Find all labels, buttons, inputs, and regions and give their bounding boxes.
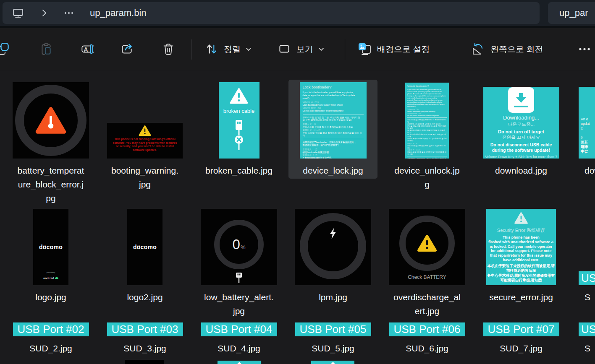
warning-triangle-icon	[138, 125, 152, 136]
thumbnail-lpm-charging	[295, 209, 371, 285]
file-item-sud7[interactable]: USB Port #07 SUD_7.jpg	[474, 322, 568, 355]
rotate-left-icon	[470, 42, 485, 57]
file-item-sud2[interactable]: USB Port #02 SUD_2.jpg	[4, 322, 98, 355]
thumbnail-logo: döcomo powered by android	[33, 209, 68, 285]
file-name: device_lock.jpg	[303, 164, 363, 177]
breadcrumb-ellipsis-icon[interactable]	[63, 7, 75, 19]
powered-by-android: powered by android	[33, 271, 68, 281]
file-item-overdischarge[interactable]: Check BATTERY overdischarge_al ert.jpg	[380, 209, 474, 318]
file-item-device-unlock[interactable]: Unlock bootloader? If you unlock the boo…	[380, 82, 474, 205]
thumbnail-usb-port-banner: USB Port #02	[13, 322, 89, 336]
file-name: SUD_6.jpg	[406, 341, 448, 355]
thumbnail-partial-next-row[interactable]	[218, 361, 261, 364]
file-item-sud6[interactable]: USB Port #06 SUD_6.jpg	[380, 322, 474, 355]
secondary-tab-label: up_par	[559, 8, 588, 18]
thumbnail-partial-next-row[interactable]	[311, 361, 354, 364]
copy-icon	[0, 42, 11, 56]
usb-plug-icon	[234, 272, 244, 284]
warning-triangle-tip	[237, 362, 242, 364]
rotate-left-label: 왼쪽으로 회전	[490, 44, 543, 55]
file-name: secure_error.jpg	[489, 290, 553, 304]
file-item-sud3[interactable]: USB Port #03 SUD_3.jpg	[98, 322, 192, 355]
file-name: SUD_3.jpg	[123, 341, 166, 355]
thumbnail-broken-cable: broken cable	[219, 82, 259, 159]
sort-label: 정렬	[224, 44, 241, 55]
battery-percentage: 0%	[214, 220, 264, 269]
file-item-download[interactable]: Downloading... 다운로드중... Do not turn off …	[474, 82, 568, 205]
chevron-down-icon	[318, 47, 324, 51]
thumbnail-usb-port-banner: USB Port #05	[295, 322, 371, 336]
file-name: download.jpg	[495, 164, 547, 177]
file-name: S	[568, 290, 590, 304]
set-background-label: 배경으로 설정	[377, 44, 430, 55]
thumbnail-usb-port-banner: USB Port #03	[107, 322, 183, 336]
file-name: SUD_2.jpg	[29, 341, 72, 355]
warning-text: This phone is not running Samsung's offi…	[113, 138, 177, 152]
download-arrow-icon	[508, 87, 534, 113]
thumbnail-battery-temperature-alert	[13, 82, 89, 159]
set-background-icon	[357, 42, 372, 57]
file-grid: battery_temperat ure_block_error.j pg Th…	[4, 70, 595, 364]
file-name: low_battery_alert. jpg	[204, 290, 274, 318]
view-menu-button[interactable]: 보기	[277, 36, 324, 62]
view-label: 보기	[296, 44, 313, 55]
file-item-secure-error[interactable]: Security Error 系统错误 This phone has been …	[474, 209, 568, 318]
file-name: device_unlock.jp g	[394, 164, 459, 191]
thumbnail-usb-port-banner: USB Port #07	[483, 322, 559, 336]
file-item-sud4[interactable]: USB Port #04 SUD_4.jpg	[192, 322, 286, 355]
thumbnail-device-lock: Lock bootloader? If you lock the bootloa…	[300, 82, 367, 159]
copy-button[interactable]	[0, 36, 18, 62]
thumbnail-usb-port-banner: USB Port #04	[201, 322, 277, 336]
file-item-booting-warning[interactable]: This phone is not running Samsung's offi…	[98, 82, 192, 205]
thumbnail-usb-port-banner-partial: US	[579, 271, 595, 285]
docomo-logo: döcomo	[133, 244, 157, 250]
warning-triangle-icon	[229, 88, 249, 104]
file-name: SUD_5.jpg	[312, 341, 354, 355]
thumbnail-download: Downloading... 다운로드중... Do not turn off …	[483, 87, 559, 159]
thumbnail-download-error-partial: An e updat D 9 更新 端末 中に	[579, 87, 595, 159]
file-item-logo[interactable]: döcomo powered by android logo.jpg	[4, 209, 98, 318]
set-background-button[interactable]: 배경으로 설정	[357, 36, 430, 62]
file-name: broken_cable.jpg	[205, 164, 273, 177]
file-item-usb-port-partial[interactable]: US S	[568, 209, 595, 318]
android-icon	[55, 277, 58, 279]
file-name: S	[568, 341, 590, 355]
toolbar-divider	[345, 39, 345, 60]
sort-menu-button[interactable]: 정렬	[204, 36, 252, 62]
rename-button[interactable]: A	[73, 36, 100, 62]
title-bar: up_param.bin up_par	[0, 0, 595, 26]
file-item-low-battery[interactable]: 0% low_battery_alert. jpg	[192, 209, 286, 318]
broken-cable-label: broken cable	[223, 108, 254, 114]
file-item-sud5[interactable]: USB Port #05 SUD_5.jpg	[286, 322, 380, 355]
secondary-tab[interactable]: up_par	[548, 2, 595, 24]
file-item-logo2[interactable]: döcomo logo2.jpg	[98, 209, 192, 318]
paste-icon	[39, 42, 53, 56]
file-item-lpm[interactable]: lpm.jpg	[286, 209, 380, 318]
view-icon	[277, 42, 291, 56]
file-name: booting_warning. jpg	[111, 164, 178, 191]
file-item-broken-cable[interactable]: broken cable broken_cable.jpg	[192, 82, 286, 205]
thumbnail-overdischarge-alert: Check BATTERY	[389, 209, 465, 285]
delete-button[interactable]	[155, 36, 181, 62]
usb-cable-icon	[232, 119, 246, 156]
file-item-usb-port-partial[interactable]: US S	[568, 322, 595, 355]
this-pc-icon	[12, 7, 24, 19]
docomo-logo: döcomo	[39, 244, 63, 250]
command-toolbar: A 정렬 보기	[0, 28, 595, 70]
file-name: logo.jpg	[35, 290, 66, 304]
file-name: SUD_7.jpg	[500, 341, 543, 355]
share-button[interactable]	[113, 36, 140, 62]
warning-triangle-tip	[330, 362, 336, 364]
thumbnail-partial-next-row[interactable]	[125, 360, 164, 364]
thumbnail-usb-port-banner: USB Port #06	[389, 322, 465, 336]
paste-button[interactable]	[33, 36, 60, 62]
rotate-left-button[interactable]: 왼쪽으로 회전	[470, 36, 543, 62]
file-item-download-error-partial[interactable]: An e updat D 9 更新 端末 中に dow	[568, 82, 595, 205]
more-icon	[577, 42, 592, 57]
more-options-button[interactable]	[571, 36, 595, 62]
address-bar[interactable]: up_param.bin	[3, 2, 540, 24]
file-name: lpm.jpg	[319, 290, 347, 304]
thumbnail-device-unlock: Unlock bootloader? If you unlock the boo…	[405, 83, 449, 159]
file-item-device-lock[interactable]: Lock bootloader? If you lock the bootloa…	[286, 82, 380, 205]
file-item-battery-temperature[interactable]: battery_temperat ure_block_error.j pg	[4, 82, 98, 205]
